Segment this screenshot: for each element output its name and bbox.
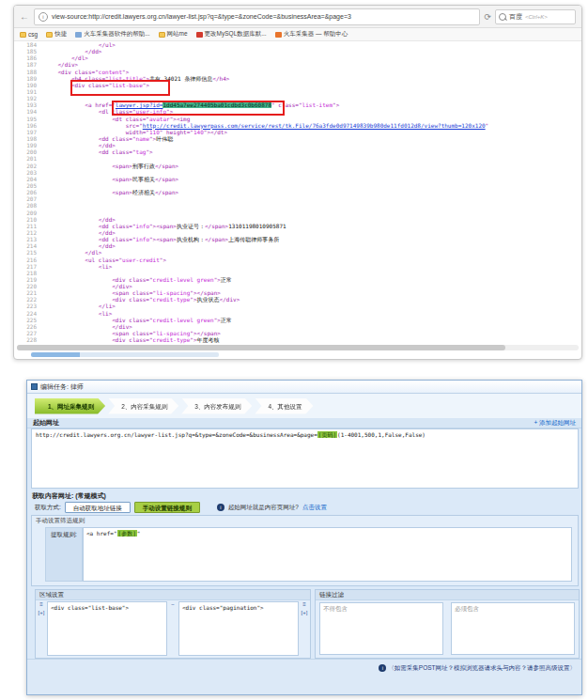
line-number: 219 bbox=[14, 276, 37, 283]
bookmark-item[interactable]: 更改MySQL数据库默... bbox=[196, 30, 267, 39]
red-icon bbox=[196, 32, 203, 38]
browser-window: ← i view-source:http://credit.lawyers.or… bbox=[13, 5, 582, 360]
wizard-step-1[interactable]: 1、网址采集规则 bbox=[35, 398, 105, 414]
folder-icon bbox=[46, 32, 53, 38]
bookmark-item[interactable]: 快捷 bbox=[46, 30, 67, 39]
line-number: 192 bbox=[14, 95, 37, 101]
line-number: 199 bbox=[14, 142, 37, 148]
rule-textarea[interactable]: <a href="[参数]" bbox=[83, 527, 572, 582]
back-icon[interactable]: ← bbox=[20, 11, 29, 22]
wizard-step-2[interactable]: 2、内容采集规则 bbox=[108, 398, 178, 414]
handle-icon[interactable]: ≡ bbox=[302, 601, 306, 607]
source-line: 225 <div class="credit-level green">正常 bbox=[14, 317, 581, 323]
scraper-window: 编辑任务: 律师 1、网址采集规则2、内容采集规则3、内容发布规则4、其他设置 … bbox=[26, 380, 582, 695]
line-number: 200 bbox=[14, 148, 37, 155]
bookmark-label: 更改MySQL数据库默... bbox=[205, 30, 267, 39]
area-end-input[interactable]: <div class="pagination"> bbox=[178, 601, 299, 656]
hint-settings-link[interactable]: 点击设置 bbox=[302, 504, 327, 512]
line-number: 225 bbox=[14, 317, 37, 323]
include-placeholder: 必须包含 bbox=[455, 605, 479, 612]
page-info-icon[interactable]: i bbox=[39, 12, 48, 22]
area-mid-tools: − bbox=[167, 599, 178, 658]
search-shortcut-hint: <Ctrl+K> bbox=[525, 14, 548, 20]
line-number: 201 bbox=[14, 155, 37, 162]
line-number: 212 bbox=[14, 229, 37, 236]
source-line: 208 bbox=[14, 202, 581, 209]
line-number: 190 bbox=[14, 82, 37, 88]
bottom-split: 区域设置 ≡ [+] <div class="list-base"> − <di… bbox=[27, 589, 581, 659]
add-icon[interactable]: [+] bbox=[302, 610, 308, 615]
line-number: 220 bbox=[14, 283, 37, 289]
exclude-input[interactable]: 不得包含 bbox=[319, 602, 443, 655]
source-line: 211 <dd class="info"><span>执业证号：</span>1… bbox=[14, 223, 581, 229]
source-line: 216 <ul class="user-credit"> bbox=[14, 257, 581, 263]
search-box[interactable]: 百度 <Ctrl+K> bbox=[495, 9, 576, 24]
start-url-item[interactable]: http://credit.lawyers.org.cn/lawyer-list… bbox=[36, 431, 574, 440]
scrollbar-thumb[interactable] bbox=[17, 345, 505, 350]
bookmark-label: 火车采集器 — 帮助中心 bbox=[284, 30, 348, 39]
source-line: 224 <li> bbox=[14, 310, 581, 317]
source-line: 187 </div> bbox=[14, 61, 581, 68]
horizontal-scrollbar[interactable] bbox=[17, 345, 579, 350]
bookmark-item[interactable]: csg bbox=[20, 31, 38, 38]
add-icon[interactable]: [+] bbox=[39, 610, 45, 615]
source-line: 219 <div class="credit-level green">正常 bbox=[14, 276, 581, 283]
bookmark-label: csg bbox=[28, 31, 38, 38]
include-input[interactable]: 必须包含 bbox=[451, 602, 575, 655]
bookmark-label: 网站me bbox=[167, 30, 188, 39]
source-line: 201 bbox=[14, 155, 581, 162]
auto-link-button[interactable]: 自动获取地址链接 bbox=[65, 502, 131, 513]
reload-icon[interactable]: ⟳ bbox=[484, 12, 491, 22]
footer-info-icon: i bbox=[379, 664, 386, 672]
line-number: 204 bbox=[14, 176, 37, 182]
line-number: 228 bbox=[14, 336, 37, 343]
line-number: 222 bbox=[14, 296, 37, 303]
line-number: 191 bbox=[14, 88, 37, 95]
line-number: 218 bbox=[14, 270, 37, 276]
method-row: 获取方式: 自动获取地址链接 手动设置链接规则 i 起始网址就是内容页网址? 点… bbox=[35, 501, 578, 514]
source-line: 215 </dl> bbox=[14, 249, 581, 256]
source-line: 185 </dd> bbox=[14, 48, 581, 54]
annotation-box-lawyer-link bbox=[112, 101, 285, 116]
bookmark-label: 火车采集器软件的帮助... bbox=[84, 30, 149, 39]
status-progress-strip bbox=[31, 352, 219, 357]
handle-icon[interactable]: ≡ bbox=[39, 601, 43, 607]
line-number: 193 bbox=[14, 101, 37, 108]
line-number: 189 bbox=[14, 75, 37, 82]
line-number: 207 bbox=[14, 195, 37, 202]
source-line: 184 </ul> bbox=[14, 41, 581, 48]
info-icon: i bbox=[217, 504, 224, 511]
line-number: 196 bbox=[14, 122, 37, 129]
start-url-list[interactable]: http://credit.lawyers.org.cn/lawyer-list… bbox=[31, 428, 579, 489]
page-number-token: [页码] bbox=[317, 431, 337, 438]
address-bar[interactable]: i view-source:http://credit.lawyers.org.… bbox=[34, 8, 480, 25]
url-text: view-source:http://credit.lawyers.org.cn… bbox=[52, 13, 351, 20]
bookmark-item[interactable]: 火车采集器 — 帮助中心 bbox=[275, 30, 348, 39]
source-view[interactable]: 184 </ul>185 </dd>186 </dl>187 </div>188… bbox=[14, 41, 581, 344]
rule-suffix-text: " bbox=[137, 530, 141, 537]
source-line: 197 width="110" height="140"></dt> bbox=[14, 129, 581, 135]
manual-rule-button[interactable]: 手动设置链接规则 bbox=[134, 502, 200, 513]
progress-filled bbox=[31, 352, 80, 357]
progress-track bbox=[80, 352, 219, 357]
bookmark-label: 快捷 bbox=[54, 30, 67, 39]
line-number: 198 bbox=[14, 135, 37, 142]
exclude-placeholder: 不得包含 bbox=[323, 605, 348, 612]
area-left-tools: ≡ [+] bbox=[36, 599, 47, 658]
line-number: 213 bbox=[14, 236, 37, 242]
source-line: 202 <span>刑事行政</span> bbox=[14, 163, 581, 169]
add-start-url-link[interactable]: + 添加起始网址 bbox=[534, 419, 576, 428]
bookmark-item[interactable]: 网站me bbox=[159, 30, 188, 39]
wizard-step-3[interactable]: 3、内容发布规则 bbox=[181, 398, 252, 414]
manual-rule-group: 手动设置筛选规则 提取规则: <a href="[参数]" 预测网址: [参数]… bbox=[31, 515, 579, 586]
line-number: 205 bbox=[14, 182, 37, 189]
source-line: 212 </dd> bbox=[14, 229, 581, 236]
wizard-step-4[interactable]: 4、其他设置 bbox=[255, 398, 313, 414]
line-number: 223 bbox=[14, 303, 37, 309]
screen: ← i view-source:http://credit.lawyers.or… bbox=[0, 0, 588, 700]
area-start-input[interactable]: <div class="list-base"> bbox=[47, 601, 167, 656]
app-icon bbox=[31, 383, 38, 390]
minus-icon[interactable]: − bbox=[171, 601, 175, 607]
source-line: 188 <div class="content"> bbox=[14, 69, 581, 75]
bookmark-item[interactable]: 火车采集器软件的帮助... bbox=[75, 30, 149, 39]
